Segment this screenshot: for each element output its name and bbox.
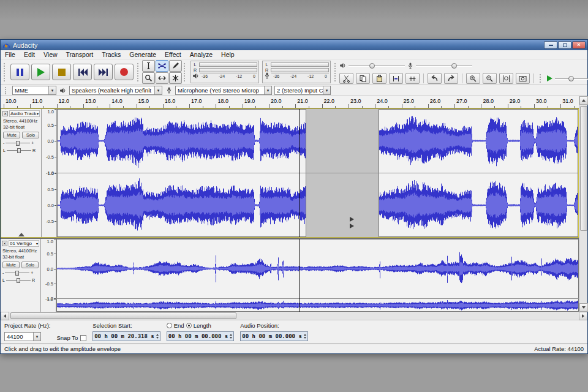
pause-button[interactable] <box>10 64 29 80</box>
track2-waveform[interactable] <box>56 239 579 312</box>
selection-start-field[interactable]: 00 h 00 m 20.318 s <box>92 331 160 341</box>
recording-meter[interactable]: L R -36-24-120 <box>262 61 331 83</box>
track-close-icon[interactable]: × <box>2 241 7 246</box>
track2-pan-slider[interactable] <box>6 277 31 283</box>
selection-length-field[interactable]: 00 h 00 m 00.000 s <box>167 331 235 341</box>
zoom-tool-button[interactable] <box>142 72 155 84</box>
play-button[interactable] <box>31 64 50 80</box>
pan-slider-thumb[interactable] <box>17 148 21 153</box>
playback-device-select[interactable]: Speakers (Realtek High Definit ▾ <box>69 86 162 95</box>
pan-slider-thumb[interactable] <box>17 278 20 283</box>
title-bar[interactable]: Audacity × <box>1 40 587 50</box>
trim-audio-button[interactable] <box>389 73 403 84</box>
silence-audio-button[interactable] <box>405 73 420 84</box>
track2-gain-slider[interactable] <box>5 270 29 276</box>
project-rate-select[interactable]: 44100 ▾ <box>4 332 41 341</box>
snap-to-checkbox[interactable] <box>80 335 86 341</box>
pan-left-label: L <box>3 148 6 153</box>
spinner-icon[interactable] <box>156 334 159 339</box>
output-volume-slider[interactable] <box>349 62 405 69</box>
project-rate-value: 44100 <box>5 333 33 340</box>
track1-pan-slider[interactable] <box>7 148 31 153</box>
timeline-ruler[interactable]: 10.011.012.013.014.015.016.017.018.019.0… <box>1 96 579 108</box>
length-radio[interactable] <box>186 323 192 328</box>
track-close-icon[interactable]: × <box>2 111 8 116</box>
track1-solo-button[interactable]: Solo <box>22 132 39 138</box>
cut-button[interactable] <box>339 73 353 84</box>
toolbar-grip[interactable] <box>4 63 7 81</box>
play-speed-slider-thumb[interactable] <box>568 76 574 81</box>
record-button[interactable] <box>115 64 134 80</box>
scroll-up-button[interactable] <box>579 96 588 105</box>
zoom-out-button[interactable] <box>483 73 497 84</box>
fit-project-button[interactable] <box>516 73 530 84</box>
close-button[interactable]: × <box>572 41 586 49</box>
track1-collapse-button[interactable] <box>18 233 24 236</box>
gain-slider-thumb[interactable] <box>15 271 19 276</box>
minimize-button[interactable] <box>544 41 557 49</box>
scroll-down-button[interactable] <box>579 303 588 312</box>
toolbar-grip[interactable] <box>184 63 187 81</box>
spinner-icon[interactable] <box>304 334 306 339</box>
skip-to-end-button[interactable] <box>94 64 113 80</box>
skip-to-start-button[interactable] <box>73 64 92 80</box>
track2-mute-button[interactable]: Mute <box>2 262 20 268</box>
draw-tool-button[interactable] <box>169 60 182 72</box>
menu-edit[interactable]: Edit <box>20 50 39 59</box>
track1-gain-slider[interactable] <box>6 140 30 146</box>
horizontal-scrollbar[interactable] <box>1 312 587 320</box>
input-volume-slider-thumb[interactable] <box>451 63 457 69</box>
playback-meter-scale: -36-24-120 <box>200 74 257 78</box>
menu-file[interactable]: File <box>1 50 20 59</box>
audio-position-field[interactable]: 00 h 00 m 00.000 s <box>240 331 308 341</box>
track1-vertical-ruler[interactable]: 1.00.50.0-0.5-1.01.00.50.0-0.5 <box>42 109 57 237</box>
scroll-right-button[interactable] <box>579 312 587 320</box>
play-at-speed-button[interactable] <box>547 75 552 81</box>
output-volume-slider-thumb[interactable] <box>369 63 375 69</box>
paste-button[interactable] <box>372 73 386 84</box>
stop-button[interactable] <box>52 64 71 80</box>
end-radio[interactable] <box>167 323 172 328</box>
redo-button[interactable] <box>444 73 458 84</box>
gain-slider-thumb[interactable] <box>16 141 20 146</box>
maximize-button[interactable] <box>558 41 571 49</box>
play-speed-slider[interactable] <box>555 75 588 82</box>
timeshift-tool-button[interactable] <box>156 72 168 84</box>
track2-vertical-ruler[interactable]: 1.00.50.0-0.5-1.01.0 <box>41 239 56 312</box>
audio-host-select[interactable]: MME ▾ <box>12 86 56 95</box>
vertical-scrollbar-thumb[interactable] <box>580 106 587 231</box>
menu-transport[interactable]: Transport <box>62 50 98 59</box>
selection-start-label: Selection Start: <box>92 322 160 329</box>
toolbar-grip[interactable] <box>540 74 543 83</box>
toolbar-grip[interactable] <box>137 63 140 81</box>
track1-mute-button[interactable]: Mute <box>3 132 20 138</box>
spinner-icon[interactable] <box>230 334 232 339</box>
horizontal-scrollbar-thumb[interactable] <box>10 312 236 319</box>
menu-view[interactable]: View <box>39 50 62 59</box>
menu-help[interactable]: Help <box>217 50 239 59</box>
menu-tracks[interactable]: Tracks <box>97 50 125 59</box>
recording-device-select[interactable]: Microphone (Yeti Stereo Microp ▾ <box>175 86 272 95</box>
track2-solo-button[interactable]: Solo <box>21 262 39 268</box>
toolbar-grip[interactable] <box>5 87 8 94</box>
undo-button[interactable] <box>428 73 442 84</box>
copy-button[interactable] <box>356 73 370 84</box>
scroll-left-button[interactable] <box>1 312 9 320</box>
menu-analyze[interactable]: Analyze <box>186 50 217 59</box>
multi-tool-button[interactable] <box>169 72 182 84</box>
zoom-in-button[interactable] <box>466 73 480 84</box>
input-volume-slider[interactable] <box>416 62 472 69</box>
track1-waveform[interactable] <box>57 109 578 237</box>
menu-generate[interactable]: Generate <box>125 50 160 59</box>
menu-effect[interactable]: Effect <box>160 50 186 59</box>
track2-wave-area <box>56 239 579 312</box>
envelope-tool-button[interactable] <box>156 60 168 72</box>
toolbar-grip[interactable] <box>334 63 337 81</box>
track1-title-menu[interactable]: Audio Track▾ <box>9 110 40 117</box>
track2-title-menu[interactable]: 01 Vertigo▾ <box>9 240 39 247</box>
playback-meter[interactable]: L R -36-24-120 <box>190 61 259 83</box>
vertical-scrollbar[interactable] <box>579 96 587 312</box>
recording-channels-select[interactable]: 2 (Stereo) Input C ▾ <box>274 86 331 95</box>
selection-tool-button[interactable] <box>142 60 155 72</box>
fit-selection-button[interactable] <box>499 73 513 84</box>
